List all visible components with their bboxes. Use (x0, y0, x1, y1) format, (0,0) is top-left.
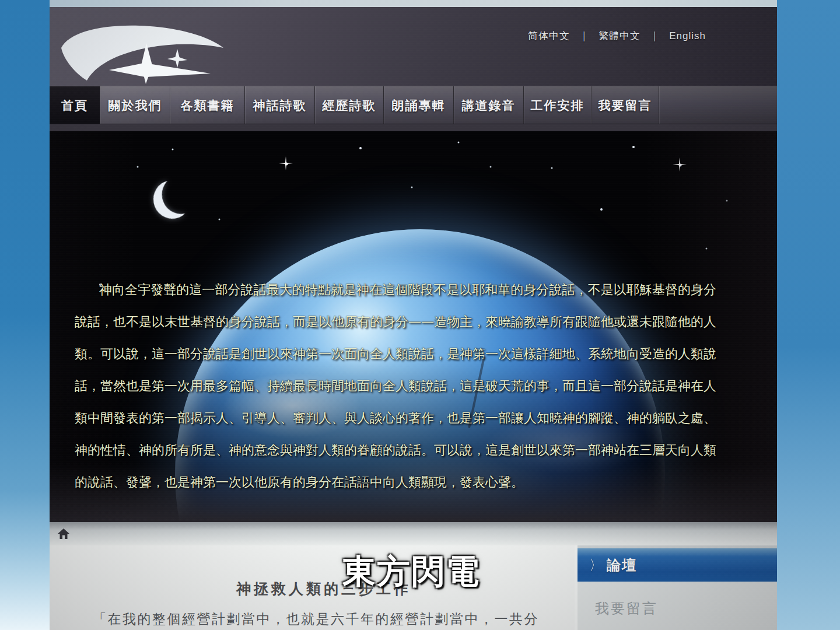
forum-label: 論壇 (607, 557, 637, 573)
scripture-line: 的說話、發聲，也是神第一次以他原有的身分在話語中向人類顯現，發表心聲。 (75, 466, 716, 498)
language-switcher: 简体中文 ｜ 繁體中文 ｜ English (528, 29, 706, 43)
lang-link-simplified[interactable]: 简体中文 (528, 30, 570, 41)
article-panel: 神拯救人類的三步工作 「在我的整個經營計劃當中，也就是六千年的經營計劃當中，一共… (50, 545, 575, 630)
lang-separator: ｜ (579, 30, 590, 41)
monitor-bezel-left (0, 0, 50, 630)
site-header: 简体中文 ｜ 繁體中文 ｜ English (50, 7, 777, 86)
sidebar: 〉論壇 我要留言 (578, 545, 777, 630)
nav-item-work-arrangements[interactable]: 工作安排 (524, 86, 592, 124)
scripture-line: 類中間發表的第一部揭示人、引導人、審判人、與人談心的著作，也是第一部讓人知曉神的… (75, 402, 716, 434)
breadcrumb-band (50, 522, 777, 545)
nav-item-home[interactable]: 首頁 (50, 86, 100, 124)
hero-banner: 神向全宇發聲的這一部分說話最大的特點就是神在這個階段不是以耶和華的身分說話，不是… (50, 131, 777, 522)
nav-filler (659, 86, 777, 124)
nav-hero-gap (50, 124, 777, 131)
nav-item-hymns[interactable]: 神話詩歌 (245, 86, 315, 124)
video-subtitle: 東方閃電 (342, 550, 480, 594)
sidebar-forum-header[interactable]: 〉論壇 (578, 548, 777, 582)
article-title: 神拯救人類的三步工作 (50, 579, 575, 598)
monitor-bezel-right (777, 0, 840, 630)
nav-item-about[interactable]: 關於我們 (100, 86, 170, 124)
scripture-line: 神的性情、神的所有所是、神的意念與神對人類的眷顧的說話。可以說，這是創世以來第一… (75, 434, 716, 466)
lang-separator: ｜ (650, 30, 660, 41)
nav-item-books[interactable]: 各類書籍 (170, 86, 245, 124)
scripture-line: 類。可以說，這一部分說話是創世以來神第一次面向全人類說話，是神第一次這樣詳細地、… (75, 338, 716, 370)
scripture-line: 話，當然也是第一次用最多篇幅、持續最長時間地面向全人類說話，這是破天荒的事，而且… (75, 370, 716, 402)
webpage: 简体中文 ｜ 繁體中文 ｜ English 首頁 關於我們 各類書籍 神話詩歌 … (50, 7, 777, 630)
lightning-swoosh-logo-icon[interactable] (58, 23, 233, 84)
scripture-line: 神向全宇發聲的這一部分說話最大的特點就是神在這個階段不是以耶和華的身分說話，不是… (75, 274, 716, 306)
scripture-line: 說話，也不是以末世基督的身分說話，而是以他原有的身分——造物主，來曉諭教導所有跟… (75, 306, 716, 338)
lang-link-english[interactable]: English (669, 30, 706, 41)
home-icon[interactable] (57, 527, 71, 541)
main-navigation: 首頁 關於我們 各類書籍 神話詩歌 經歷詩歌 朗誦專輯 講道錄音 工作安排 我要… (50, 86, 777, 124)
hero-scripture-paragraph: 神向全宇發聲的這一部分說話最大的特點就是神在這個階段不是以耶和華的身分說話，不是… (75, 274, 716, 498)
sidebar-item-leave-message[interactable]: 我要留言 (578, 582, 777, 618)
nav-item-sermons[interactable]: 講道錄音 (454, 86, 524, 124)
article-body: 「在我的整個經營計劃當中，也就是六千年的經營計劃當中，一共分三個步驟，即三個時 (50, 607, 575, 630)
monitor-bezel-top (47, 0, 840, 7)
lang-link-traditional[interactable]: 繁體中文 (598, 30, 640, 41)
nav-item-recitations[interactable]: 朗誦專輯 (384, 86, 454, 124)
chevron-right-icon: 〉 (590, 548, 601, 582)
nav-item-experience-hymns[interactable]: 經歷詩歌 (315, 86, 384, 124)
nav-item-leave-message[interactable]: 我要留言 (592, 86, 659, 124)
